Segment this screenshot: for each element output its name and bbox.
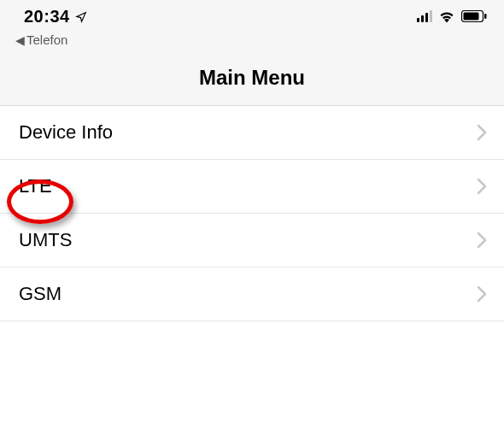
status-time: 20:34 <box>24 7 70 26</box>
chevron-right-icon <box>477 285 487 303</box>
status-left: 20:34 <box>24 7 87 26</box>
svg-rect-1 <box>464 13 479 21</box>
menu-item-gsm[interactable]: GSM <box>0 268 504 321</box>
menu-item-label: GSM <box>19 283 62 305</box>
menu-item-label: LTE <box>19 175 52 197</box>
chevron-right-icon <box>477 232 487 249</box>
location-icon <box>75 11 87 23</box>
menu-item-label: UMTS <box>19 229 72 251</box>
menu-list: Device Info LTE UMTS GSM <box>0 106 504 321</box>
back-app-label: Telefon <box>26 32 67 47</box>
back-caret-icon: ◀ <box>15 33 25 47</box>
page-title: Main Menu <box>0 66 504 90</box>
svg-rect-2 <box>484 14 487 19</box>
wifi-icon <box>438 9 455 23</box>
menu-item-label: Device Info <box>19 121 113 144</box>
cellular-signal-icon <box>417 10 432 22</box>
chevron-right-icon <box>477 178 487 195</box>
back-to-app-button[interactable]: ◀ Telefon <box>0 32 504 54</box>
status-right <box>417 7 487 23</box>
page-header: Main Menu <box>0 54 504 106</box>
menu-item-umts[interactable]: UMTS <box>0 214 504 268</box>
battery-icon <box>461 10 487 22</box>
menu-item-device-info[interactable]: Device Info <box>0 106 504 160</box>
chevron-right-icon <box>477 124 487 141</box>
status-bar: 20:34 <box>0 0 504 32</box>
menu-item-lte[interactable]: LTE <box>0 160 504 214</box>
